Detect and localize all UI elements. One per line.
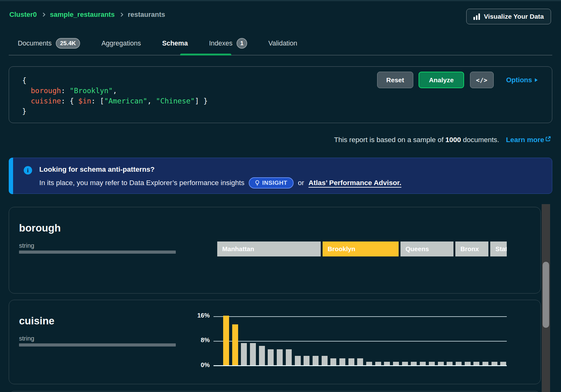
tab-schema-label: Schema: [162, 40, 188, 47]
cuisine-bar[interactable]: [330, 358, 336, 365]
cuisine-bar[interactable]: [429, 362, 435, 365]
breadcrumb-cluster[interactable]: Cluster0: [9, 11, 37, 19]
collection-tabs: Documents 25.4K Aggregations Schema Inde…: [18, 36, 297, 50]
documents-count-badge: 25.4K: [56, 38, 80, 49]
cuisine-bar[interactable]: [465, 362, 471, 365]
axis-baseline: [213, 365, 507, 366]
cuisine-bar[interactable]: [482, 362, 488, 365]
tab-aggregations-label: Aggregations: [101, 40, 141, 47]
cuisine-bar[interactable]: [384, 362, 390, 365]
cuisine-bar[interactable]: [322, 356, 328, 365]
cuisine-bar[interactable]: [295, 356, 301, 365]
tabs-underline: [9, 55, 552, 55]
vertical-scrollbar-thumb[interactable]: [543, 262, 549, 328]
cuisine-bar[interactable]: [438, 362, 444, 365]
query-code[interactable]: { borough: "Brooklyn", cuisine: { $in: […: [22, 75, 208, 117]
info-icon: i: [24, 166, 32, 174]
field-type-label: string: [19, 242, 34, 249]
active-tab-indicator: [180, 54, 231, 55]
insight-badge-label: INSIGHT: [262, 179, 287, 186]
query-code-line: cuisine: { $in: ["American", "Chinese"] …: [22, 96, 208, 106]
value-segment-brooklyn[interactable]: Brooklyn: [323, 241, 399, 256]
breadcrumb-database[interactable]: sample_restaurants: [50, 11, 115, 19]
cuisine-bar-chart: [213, 316, 507, 366]
top-edge-highlight: [0, 0, 561, 1]
lightbulb-icon: [255, 180, 260, 186]
cuisine-bar[interactable]: [232, 324, 238, 365]
cuisine-bar[interactable]: [304, 356, 309, 365]
tab-indexes-label: Indexes: [209, 40, 233, 47]
borough-value-segments: ManhattanBrooklynQueensBronxStaten Islan…: [217, 241, 509, 256]
value-segment-staten-island[interactable]: Staten Island: [490, 241, 507, 256]
field-name: cuisine: [19, 315, 55, 327]
learn-more-link[interactable]: Learn more: [506, 136, 551, 144]
visualize-your-data-button[interactable]: Visualize Your Data: [466, 9, 551, 24]
field-card-cuisine: cuisine string 16% 8% 0%: [9, 300, 541, 384]
tab-schema[interactable]: Schema: [162, 40, 188, 47]
cuisine-bar[interactable]: [411, 362, 417, 365]
chevron-right-icon: [41, 12, 46, 17]
insight-badge[interactable]: INSIGHT: [249, 177, 294, 189]
banner-accent-stripe: [9, 158, 13, 194]
tab-documents[interactable]: Documents 25.4K: [18, 38, 80, 49]
caret-right-icon: [535, 78, 538, 82]
sample-note-prefix: This report is based on a sample of: [334, 136, 444, 144]
cuisine-bar[interactable]: [268, 349, 274, 365]
options-button[interactable]: Options: [506, 76, 538, 84]
cuisine-bar[interactable]: [456, 362, 462, 365]
value-segment-queens[interactable]: Queens: [400, 241, 453, 256]
type-frequency-bar: [19, 343, 176, 347]
reset-button[interactable]: Reset: [377, 72, 413, 88]
cuisine-bar[interactable]: [250, 343, 256, 365]
cuisine-bar[interactable]: [473, 362, 479, 365]
cuisine-bar[interactable]: [348, 358, 354, 365]
type-frequency-bar: [19, 251, 176, 254]
sample-count: 1000: [445, 136, 461, 144]
vertical-scrollbar-track[interactable]: [542, 204, 550, 392]
tab-aggregations[interactable]: Aggregations: [101, 40, 141, 47]
field-type-label: string: [19, 335, 34, 342]
tab-validation[interactable]: Validation: [268, 40, 297, 47]
cuisine-bar[interactable]: [223, 316, 229, 365]
cuisine-bar[interactable]: [286, 349, 292, 365]
cuisine-bar[interactable]: [447, 362, 453, 365]
cuisine-bar[interactable]: [241, 343, 247, 365]
performance-advisor-link[interactable]: Atlas’ Performance Advisor.: [309, 179, 401, 187]
value-segment-bronx[interactable]: Bronx: [455, 241, 488, 256]
cuisine-bar[interactable]: [491, 362, 497, 365]
cuisine-bar[interactable]: [313, 356, 319, 365]
query-code-line: }: [22, 106, 208, 117]
query-code-line: {: [22, 75, 208, 86]
breadcrumb: Cluster0 sample_restaurants restaurants: [9, 11, 165, 19]
sample-note: This report is based on a sample of 1000…: [334, 136, 551, 144]
banner-title: Looking for schema anti-patterns?: [39, 165, 155, 174]
banner-body-prefix: In its place, you may refer to Data Expl…: [39, 179, 244, 187]
y-axis-tick-16: 16%: [184, 312, 210, 319]
chevron-right-icon: [119, 12, 123, 17]
analyze-button[interactable]: Analyze: [419, 72, 464, 88]
sample-note-suffix: documents.: [463, 136, 499, 144]
cuisine-bar[interactable]: [402, 362, 408, 365]
banner-body: In its place, you may refer to Data Expl…: [39, 177, 401, 189]
cuisine-bars: [223, 316, 506, 365]
visualize-button-label: Visualize Your Data: [484, 13, 544, 20]
code-toggle-button[interactable]: </>: [470, 72, 494, 88]
y-axis-tick-0: 0%: [184, 361, 210, 369]
learn-more-label: Learn more: [506, 136, 544, 144]
tab-indexes[interactable]: Indexes 1: [209, 38, 247, 49]
query-buttons: Reset Analyze </> Options: [377, 72, 538, 88]
query-bar-panel: { borough: "Brooklyn", cuisine: { $in: […: [9, 66, 552, 123]
cuisine-bar[interactable]: [339, 358, 345, 365]
cuisine-bar[interactable]: [357, 358, 363, 365]
cuisine-bar[interactable]: [259, 346, 265, 365]
cuisine-bar[interactable]: [277, 349, 283, 365]
cuisine-bar[interactable]: [375, 362, 381, 365]
cuisine-bar[interactable]: [393, 362, 399, 365]
bar-chart-icon: [473, 13, 480, 20]
cuisine-bar[interactable]: [420, 362, 426, 365]
cuisine-bar[interactable]: [366, 362, 372, 365]
value-segment-manhattan[interactable]: Manhattan: [217, 241, 321, 256]
cuisine-bar[interactable]: [500, 362, 506, 365]
banner-body-connector: or: [298, 179, 304, 187]
indexes-count-badge: 1: [237, 38, 247, 49]
